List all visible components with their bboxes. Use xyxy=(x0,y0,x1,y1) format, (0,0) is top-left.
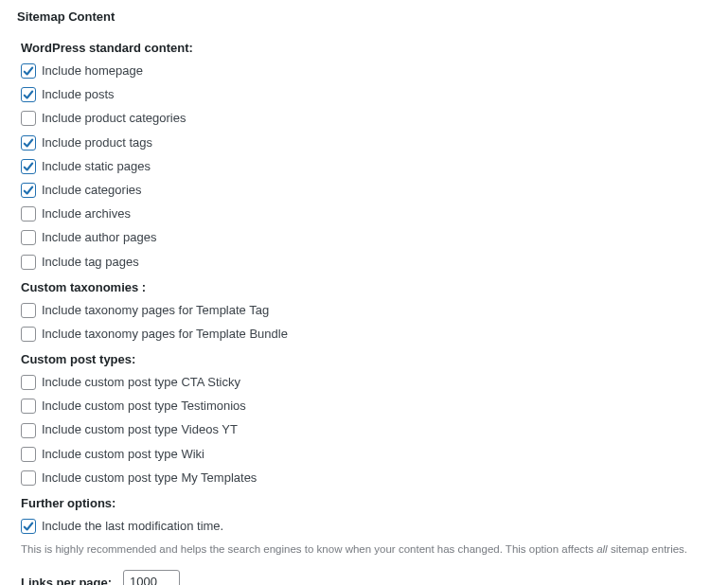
help-prefix: This is highly recommended and helps the… xyxy=(21,543,596,555)
checkbox-row: Include static pages xyxy=(21,158,711,175)
checkbox-label[interactable]: Include the last modification time. xyxy=(42,518,223,535)
checkbox-label[interactable]: Include posts xyxy=(42,86,115,103)
checkbox-row: Include custom post type CTA Sticky xyxy=(21,374,711,391)
checkbox-row: Include taxonomy pages for Template Bund… xyxy=(21,326,711,343)
checkbox[interactable] xyxy=(21,87,36,102)
checkbox-label[interactable]: Include custom post type Videos YT xyxy=(42,421,238,438)
checkbox-label[interactable]: Include taxonomy pages for Template Tag xyxy=(42,302,269,319)
standard-heading: WordPress standard content: xyxy=(21,41,711,55)
checkbox[interactable] xyxy=(21,206,36,222)
section-title: Sitemap Content xyxy=(17,9,711,24)
checkbox-label[interactable]: Include static pages xyxy=(42,158,151,175)
checkbox-row: Include archives xyxy=(21,205,711,222)
checkbox-row: Include taxonomy pages for Template Tag xyxy=(21,302,711,319)
checkbox-row: Include product categories xyxy=(21,110,711,127)
checkbox-label[interactable]: Include homepage xyxy=(42,62,143,80)
checkbox-row: Include custom post type Wiki xyxy=(21,446,711,463)
standard-group: Include homepageInclude postsInclude pro… xyxy=(21,62,711,271)
checkbox-row: Include product tags xyxy=(21,134,711,151)
further-group: Include the last modification time. xyxy=(21,518,711,535)
checkbox-row: Include the last modification time. xyxy=(21,518,711,535)
checkbox[interactable] xyxy=(21,303,36,318)
checkbox-label[interactable]: Include custom post type Wiki xyxy=(42,446,204,463)
checkbox-label[interactable]: Include tag pages xyxy=(42,254,139,271)
checkbox-label[interactable]: Include taxonomy pages for Template Bund… xyxy=(42,326,288,343)
checkbox-label[interactable]: Include product tags xyxy=(42,134,152,151)
checkbox[interactable] xyxy=(21,375,36,390)
checkbox[interactable] xyxy=(21,63,36,79)
content-block: WordPress standard content: Include home… xyxy=(17,41,711,585)
help-em: all xyxy=(596,543,608,555)
checkbox[interactable] xyxy=(21,470,36,486)
taxonomies-heading: Custom taxonomies : xyxy=(21,280,711,294)
checkbox[interactable] xyxy=(21,183,36,198)
checkbox-row: Include tag pages xyxy=(21,254,711,271)
checkbox[interactable] xyxy=(21,327,36,342)
checkbox[interactable] xyxy=(21,423,36,438)
checkbox[interactable] xyxy=(21,399,36,414)
links-per-page-input[interactable] xyxy=(123,570,180,585)
checkbox-row: Include custom post type My Templates xyxy=(21,470,711,487)
checkbox-label[interactable]: Include custom post type Testimonios xyxy=(42,398,246,415)
checkbox[interactable] xyxy=(21,255,36,270)
checkbox-row: Include categories xyxy=(21,182,711,199)
help-text: This is highly recommended and helps the… xyxy=(21,541,711,557)
post-types-heading: Custom post types: xyxy=(21,352,711,366)
taxonomies-group: Include taxonomy pages for Template TagI… xyxy=(21,302,711,343)
checkbox[interactable] xyxy=(21,519,36,534)
checkbox-row: Include custom post type Videos YT xyxy=(21,421,711,438)
checkbox[interactable] xyxy=(21,230,36,245)
checkbox-label[interactable]: Include archives xyxy=(42,205,131,222)
checkbox[interactable] xyxy=(21,447,36,462)
checkbox-row: Include custom post type Testimonios xyxy=(21,398,711,415)
checkbox[interactable] xyxy=(21,111,36,126)
further-heading: Further options: xyxy=(21,496,711,510)
checkbox-row: Include author pages xyxy=(21,229,711,246)
post-types-group: Include custom post type CTA StickyInclu… xyxy=(21,374,711,487)
checkbox-label[interactable]: Include categories xyxy=(42,182,142,199)
help-suffix: sitemap entries. xyxy=(608,543,687,555)
links-per-page-label: Links per page: xyxy=(21,576,112,585)
checkbox-label[interactable]: Include custom post type CTA Sticky xyxy=(42,374,240,391)
checkbox[interactable] xyxy=(21,159,36,174)
checkbox-row: Include posts xyxy=(21,86,711,103)
checkbox-label[interactable]: Include product categories xyxy=(42,110,186,127)
checkbox-label[interactable]: Include custom post type My Templates xyxy=(42,470,257,487)
checkbox[interactable] xyxy=(21,135,36,151)
checkbox-label[interactable]: Include author pages xyxy=(42,229,156,246)
checkbox-row: Include homepage xyxy=(21,62,711,80)
links-per-page-row: Links per page: xyxy=(21,570,711,585)
